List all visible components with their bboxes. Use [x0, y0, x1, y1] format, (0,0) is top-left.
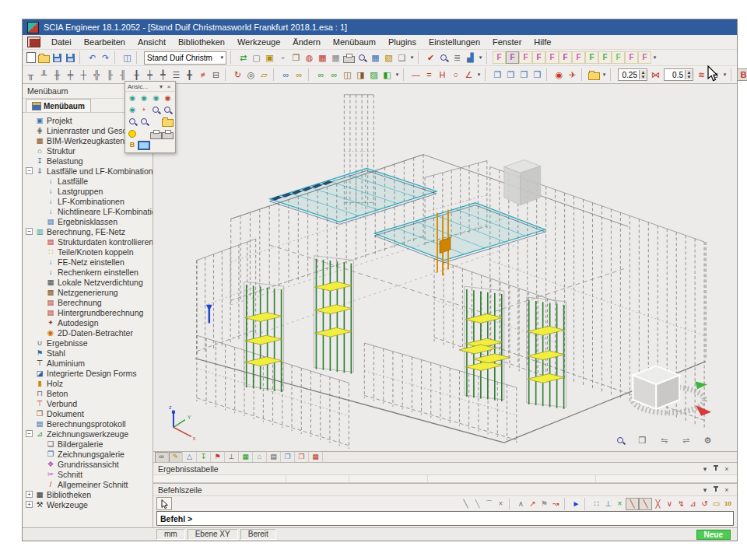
- snap-cross-icon[interactable]: ×: [614, 498, 626, 510]
- tree-item[interactable]: ❖Grundrissansicht: [23, 459, 153, 469]
- command-panel-header[interactable]: Befehlszeile ▾ ×: [153, 483, 737, 496]
- view-flag-8-icon[interactable]: F: [585, 51, 598, 64]
- view-palette-header[interactable]: Ansic... ▾ ×: [125, 82, 175, 92]
- snap-intersection-icon[interactable]: ╳: [652, 498, 664, 510]
- view-flag-2-icon[interactable]: F: [506, 51, 519, 64]
- tree-item[interactable]: +⚒Werkzeuge: [23, 499, 153, 509]
- layer-half-icon[interactable]: ◧: [381, 68, 394, 81]
- tree-item[interactable]: −⇓Lastfälle und LF-Kombination: [23, 166, 153, 176]
- expand-toggle-icon[interactable]: +: [26, 491, 33, 498]
- tree-item[interactable]: +▦Bibliotheken: [23, 489, 153, 499]
- dim-ten-icon[interactable]: 10: [722, 498, 734, 510]
- snap-tangent-icon[interactable]: ↯: [675, 498, 687, 510]
- member-cleat-icon[interactable]: ⊟: [209, 68, 223, 81]
- tree-item[interactable]: −▥Berechnung, FE-Netz: [23, 226, 153, 236]
- polygon-select-icon[interactable]: ▱: [258, 68, 271, 81]
- properties-panel-icon[interactable]: ◫: [121, 51, 134, 64]
- storey-levels-icon[interactable]: ≣: [451, 51, 464, 64]
- chevron-down-icon[interactable]: ▾: [700, 465, 710, 473]
- new-project-icon[interactable]: [24, 51, 37, 64]
- vtab-view-2[interactable]: ❐: [295, 452, 309, 462]
- zoom-out-icon[interactable]: [162, 105, 174, 115]
- menu-ändern[interactable]: Ändern: [286, 36, 326, 49]
- vtab-sections[interactable]: ▤: [267, 452, 281, 462]
- activity-combo[interactable]: Stand Duif Christm▾: [144, 51, 226, 65]
- link-nodes-icon[interactable]: ∞: [279, 68, 293, 81]
- chevron-down-icon[interactable]: ▾: [157, 83, 165, 90]
- dim-parallel-icon[interactable]: =: [423, 68, 436, 81]
- wave-display-icon[interactable]: ≋: [695, 68, 708, 81]
- screen-capture-icon[interactable]: [138, 140, 150, 150]
- view-flag-9-icon[interactable]: F: [598, 51, 612, 64]
- vtab-surfaces[interactable]: ⌂: [253, 452, 267, 462]
- snap-grid-icon[interactable]: ∷: [591, 498, 602, 510]
- dropdown-arrow-icon[interactable]: ▾: [651, 54, 658, 61]
- layer-front-icon[interactable]: ◫: [341, 68, 354, 81]
- tree-item[interactable]: ∷Teile/Knoten koppeln: [23, 247, 153, 257]
- clip-box-icon[interactable]: ▫: [276, 51, 289, 64]
- spin-down-icon[interactable]: ▼: [640, 75, 647, 79]
- status-plane[interactable]: Ebene XY: [188, 529, 238, 540]
- layer-back-icon[interactable]: ◨: [354, 68, 367, 81]
- save-icon[interactable]: [64, 51, 77, 64]
- clipboard-picture-icon[interactable]: B: [127, 140, 138, 150]
- tree-item[interactable]: ▦Lokale Netzverdichtung: [23, 277, 153, 287]
- view-flag-12-icon[interactable]: F: [638, 51, 651, 64]
- menu-werkzeuge[interactable]: Werkzeuge: [231, 36, 286, 49]
- rendered-view-icon[interactable]: ▣: [263, 51, 276, 64]
- view-restore-icon[interactable]: [162, 117, 174, 127]
- view-player-icon[interactable]: ◉: [127, 105, 138, 115]
- tree-item[interactable]: ▩Netzgenerierung: [23, 287, 153, 297]
- member-beam-icon[interactable]: ╫: [51, 68, 64, 81]
- tree-item[interactable]: ❏Bildergalerie: [23, 439, 153, 449]
- polyline-tool-icon[interactable]: ╲: [472, 498, 483, 510]
- check-structure-icon[interactable]: ✔: [424, 51, 437, 64]
- chevron-down-icon[interactable]: ▾: [700, 486, 710, 494]
- member-1d-icon[interactable]: ╥: [24, 68, 37, 81]
- view-flag-3-icon[interactable]: F: [519, 51, 532, 64]
- snap-ortho-icon[interactable]: ⊥: [602, 498, 614, 510]
- view-cube-icon[interactable]: ❒: [637, 434, 648, 446]
- vtab-supports[interactable]: ⊥: [225, 452, 239, 462]
- mesh-refresh-icon[interactable]: ◍: [303, 51, 316, 64]
- menu-bearbeiten[interactable]: Bearbeiten: [78, 36, 132, 49]
- delete-tool-icon[interactable]: ×: [495, 498, 507, 510]
- menu-hilfe[interactable]: Hilfe: [528, 36, 557, 49]
- print-icon[interactable]: [342, 51, 356, 64]
- results-panel-header[interactable]: Ergebnisstabelle ▾ ×: [153, 462, 737, 475]
- menu-datei[interactable]: Datei: [45, 36, 78, 49]
- pointer-mode-button[interactable]: [156, 497, 172, 510]
- search-icon[interactable]: [437, 51, 451, 64]
- tree-item[interactable]: ▤Hintergrundberechnung: [23, 307, 153, 317]
- print-view-icon[interactable]: [150, 128, 162, 138]
- view-direction-y-icon[interactable]: ◉: [138, 93, 150, 103]
- view-ucs-icon[interactable]: +: [138, 105, 150, 115]
- rotate-selection-icon[interactable]: ↻: [231, 68, 244, 81]
- member-rib-icon[interactable]: ┿: [143, 68, 156, 81]
- tree-item[interactable]: ↓Rechenkern einstellen: [23, 267, 153, 277]
- cursor-snap-icon[interactable]: ►: [570, 498, 582, 510]
- tree-item[interactable]: ◪Integrierte Design Forms: [23, 368, 153, 378]
- gallery-icon[interactable]: ▧: [382, 51, 395, 64]
- tree-item[interactable]: ▮Holz: [23, 378, 153, 388]
- spin-down-icon[interactable]: ▼: [686, 75, 693, 79]
- wireframe-view-icon[interactable]: ▢: [250, 51, 263, 64]
- view-flag-7-icon[interactable]: F: [572, 51, 585, 64]
- zoom-window-icon[interactable]: [127, 117, 138, 127]
- vtab-view-1[interactable]: ❐: [281, 452, 295, 462]
- scale-apply-icon[interactable]: ⋈: [649, 68, 662, 81]
- light-switch-icon[interactable]: [127, 128, 138, 138]
- flag-tool-icon[interactable]: ⚑: [538, 498, 550, 510]
- tree-item[interactable]: ↧Belastung: [23, 156, 153, 166]
- vtab-axes[interactable]: △: [183, 452, 197, 462]
- tree-item[interactable]: ▤Ergebnisklassen: [23, 216, 153, 226]
- results-table-icon[interactable]: ▦: [316, 51, 329, 64]
- undo-icon[interactable]: ↶: [86, 51, 99, 64]
- pin-icon[interactable]: [710, 465, 721, 473]
- viewport-3d[interactable]: zYx ❒⇋⇌⚙: [153, 84, 737, 451]
- open-view-icon[interactable]: [587, 68, 601, 81]
- status-unit[interactable]: mm: [156, 529, 185, 540]
- tree-item[interactable]: ⚑Stahl: [23, 348, 153, 358]
- dim-line-icon[interactable]: —: [409, 68, 423, 81]
- vtab-model[interactable]: ▦: [239, 452, 253, 462]
